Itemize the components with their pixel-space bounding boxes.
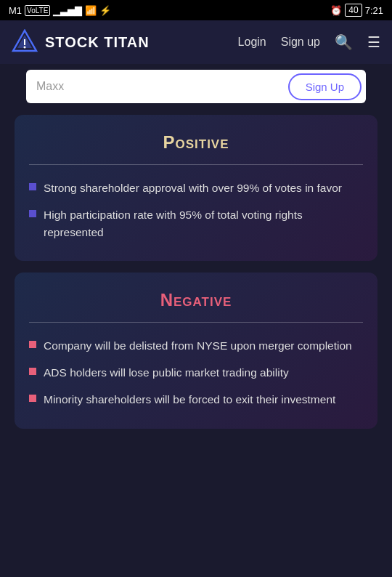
content-area: Positive Strong shareholder approval wit… xyxy=(0,109,392,455)
navbar: STOCK TITAN Login Sign up 🔍 ☰ xyxy=(0,20,392,64)
negative-card: Negative Company will be delisted from N… xyxy=(15,273,377,429)
bullet-icon xyxy=(29,210,36,217)
search-input[interactable] xyxy=(26,73,288,100)
negative-bullet-3: Minority shareholders will be forced to … xyxy=(44,391,335,408)
positive-card-title: Positive xyxy=(29,132,363,153)
list-item: Strong shareholder approval with over 99… xyxy=(29,179,363,196)
navbar-links: Login Sign up 🔍 ☰ xyxy=(238,33,380,51)
positive-bullet-1: Strong shareholder approval with over 99… xyxy=(44,179,342,196)
list-item: High participation rate with 95% of tota… xyxy=(29,206,363,241)
negative-card-title: Negative xyxy=(29,290,363,310)
carrier-label: M1 xyxy=(9,5,22,16)
signup-button[interactable]: Sign Up xyxy=(288,73,362,100)
login-link[interactable]: Login xyxy=(238,36,266,49)
svg-point-3 xyxy=(24,47,26,49)
menu-icon[interactable]: ☰ xyxy=(367,33,380,51)
negative-bullet-2: ADS holders will lose public market trad… xyxy=(44,364,289,381)
navbar-logo: STOCK TITAN xyxy=(12,29,150,55)
activity-icon: ⚡ xyxy=(99,5,111,16)
negative-bullet-1: Company will be delisted from NYSE upon … xyxy=(44,337,352,354)
list-item: Company will be delisted from NYSE upon … xyxy=(29,337,363,354)
bullet-icon xyxy=(29,368,36,375)
search-icon[interactable]: 🔍 xyxy=(335,33,353,51)
positive-bullet-list: Strong shareholder approval with over 99… xyxy=(29,179,363,241)
list-item: Minority shareholders will be forced to … xyxy=(29,391,363,408)
bullet-icon xyxy=(29,183,36,190)
list-item: ADS holders will lose public market trad… xyxy=(29,364,363,381)
negative-bullet-list: Company will be delisted from NYSE upon … xyxy=(29,337,363,408)
battery-icon: 40 xyxy=(345,4,362,17)
alarm-icon: ⏰ xyxy=(330,5,342,16)
negative-card-divider xyxy=(29,322,363,323)
status-bar: M1 VoLTE ▁▃▅▇ 📶 ⚡ ⏰ 40 7:21 xyxy=(0,0,392,20)
signal-icon: ▁▃▅▇ xyxy=(53,5,82,16)
status-right: ⏰ 40 7:21 xyxy=(330,4,383,17)
positive-card-divider xyxy=(29,164,363,165)
wifi-icon: 📶 xyxy=(85,5,97,16)
positive-card: Positive Strong shareholder approval wit… xyxy=(15,115,377,261)
time-label: 7:21 xyxy=(365,5,383,16)
volte-label: VoLTE xyxy=(25,5,50,16)
signup-link[interactable]: Sign up xyxy=(281,36,320,49)
logo-text: STOCK TITAN xyxy=(45,34,150,51)
bullet-icon xyxy=(29,341,36,348)
logo-icon xyxy=(12,29,38,55)
search-signup-bar: Sign Up xyxy=(26,70,366,103)
bullet-icon xyxy=(29,395,36,402)
status-left: M1 VoLTE ▁▃▅▇ 📶 ⚡ xyxy=(9,5,111,16)
positive-bullet-2: High participation rate with 95% of tota… xyxy=(44,206,363,241)
